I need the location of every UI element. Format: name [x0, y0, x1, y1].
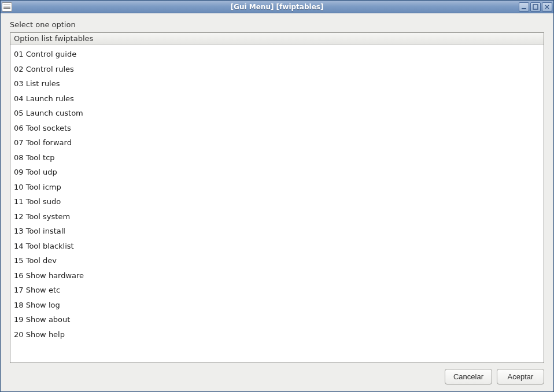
minimize-icon: [521, 4, 527, 10]
app-window: [Gui Menu] [fwiptables] Select one optio…: [0, 0, 554, 392]
window-menu-icon[interactable]: [2, 2, 12, 12]
cancel-button[interactable]: Cancelar: [445, 369, 492, 384]
list-item[interactable]: 19 Show about: [10, 312, 544, 327]
list-item[interactable]: 17 Show etc: [10, 283, 544, 298]
maximize-button[interactable]: [530, 2, 541, 12]
list-item[interactable]: 01 Control guide: [10, 47, 544, 62]
list-item[interactable]: 05 Launch custom: [10, 106, 544, 121]
window-controls: [519, 2, 552, 12]
list-item[interactable]: 08 Tool tcp: [10, 150, 544, 165]
list-item[interactable]: 20 Show help: [10, 327, 544, 342]
svg-rect-0: [522, 8, 526, 9]
list-item[interactable]: 16 Show hardware: [10, 268, 544, 283]
svg-rect-1: [533, 5, 538, 9]
list-item[interactable]: 03 List rules: [10, 76, 544, 91]
list-item[interactable]: 18 Show log: [10, 298, 544, 313]
list-item[interactable]: 15 Tool dev: [10, 253, 544, 268]
list-item[interactable]: 02 Control rules: [10, 62, 544, 77]
list-header[interactable]: Option list fwiptables: [10, 33, 544, 45]
window-title: [Gui Menu] [fwiptables]: [231, 3, 324, 11]
list-item[interactable]: 11 Tool sudo: [10, 194, 544, 209]
list-item[interactable]: 06 Tool sockets: [10, 121, 544, 136]
option-listbox[interactable]: Option list fwiptables 01 Control guide …: [10, 32, 544, 363]
list-item[interactable]: 10 Tool icmp: [10, 180, 544, 195]
list-item[interactable]: 07 Tool forward: [10, 135, 544, 150]
minimize-button[interactable]: [519, 2, 529, 12]
list-body: 01 Control guide 02 Control rules 03 Lis…: [10, 45, 544, 363]
accept-button[interactable]: Aceptar: [497, 369, 544, 384]
dialog-content: Select one option Option list fwiptables…: [1, 13, 553, 391]
list-item[interactable]: 12 Tool system: [10, 209, 544, 224]
list-item[interactable]: 14 Tool blacklist: [10, 239, 544, 254]
prompt-label: Select one option: [10, 20, 544, 29]
titlebar[interactable]: [Gui Menu] [fwiptables]: [1, 1, 553, 13]
list-item[interactable]: 04 Launch rules: [10, 91, 544, 106]
button-row: Cancelar Aceptar: [10, 363, 544, 384]
maximize-icon: [533, 4, 538, 10]
list-item[interactable]: 13 Tool install: [10, 224, 544, 239]
close-icon: [544, 4, 550, 10]
close-button[interactable]: [542, 2, 552, 12]
list-item[interactable]: 09 Tool udp: [10, 165, 544, 180]
